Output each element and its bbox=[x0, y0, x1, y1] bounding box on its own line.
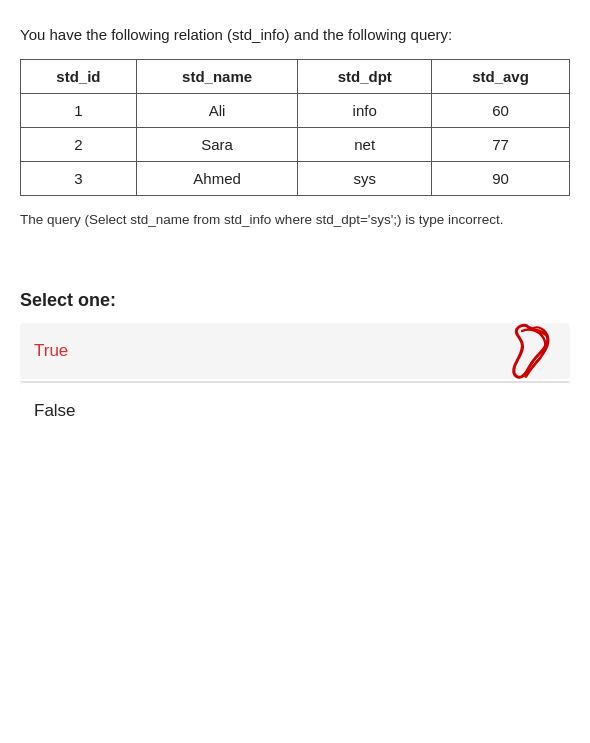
table-header-row: std_id std_name std_dpt std_avg bbox=[21, 60, 570, 94]
data-table: std_id std_name std_dpt std_avg 1Aliinfo… bbox=[20, 59, 570, 196]
table-cell: 90 bbox=[431, 162, 569, 196]
table-cell: 2 bbox=[21, 128, 137, 162]
option-label: True bbox=[34, 341, 68, 360]
table-row: 3Ahmedsys90 bbox=[21, 162, 570, 196]
table-cell: sys bbox=[298, 162, 432, 196]
query-text: The query (Select std_name from std_info… bbox=[20, 210, 570, 230]
col-std-avg: std_avg bbox=[431, 60, 569, 94]
select-one-label: Select one: bbox=[20, 290, 570, 311]
intro-text: You have the following relation (std_inf… bbox=[20, 24, 570, 45]
table-cell: 1 bbox=[21, 94, 137, 128]
table-cell: Ahmed bbox=[136, 162, 298, 196]
table-cell: 77 bbox=[431, 128, 569, 162]
option-row[interactable]: True bbox=[20, 323, 570, 379]
col-std-id: std_id bbox=[21, 60, 137, 94]
options-container: TrueFalse bbox=[20, 323, 570, 439]
table-cell: 3 bbox=[21, 162, 137, 196]
option-row[interactable]: False bbox=[20, 382, 570, 439]
table-cell: 60 bbox=[431, 94, 569, 128]
table-cell: Sara bbox=[136, 128, 298, 162]
table-row: 1Aliinfo60 bbox=[21, 94, 570, 128]
option-label: False bbox=[34, 401, 76, 420]
table-row: 2Saranet77 bbox=[21, 128, 570, 162]
table-cell: info bbox=[298, 94, 432, 128]
scribble-icon bbox=[472, 321, 552, 381]
col-std-dpt: std_dpt bbox=[298, 60, 432, 94]
table-cell: Ali bbox=[136, 94, 298, 128]
col-std-name: std_name bbox=[136, 60, 298, 94]
table-cell: net bbox=[298, 128, 432, 162]
